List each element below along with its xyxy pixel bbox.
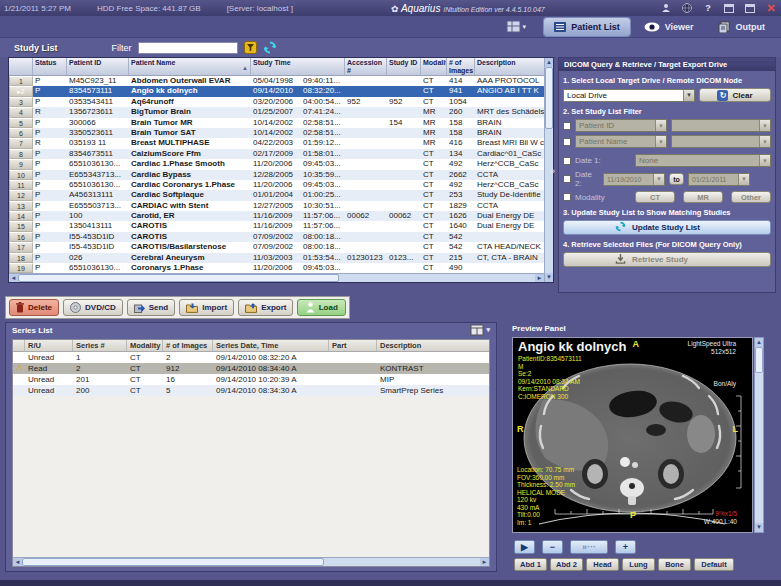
scroll-left-icon[interactable]: ◄ bbox=[9, 274, 18, 282]
date2-to-select[interactable]: 01/21/2011▼ bbox=[688, 173, 750, 186]
study-row[interactable]: 6P3350523611Brain Tumor SAT10/14/200202:… bbox=[9, 128, 544, 138]
help-icon[interactable]: ? bbox=[702, 3, 714, 14]
row-number[interactable]: 13 bbox=[9, 201, 33, 211]
scroll-down-icon[interactable]: ▼ bbox=[755, 523, 763, 532]
window-restore-icon[interactable] bbox=[723, 3, 735, 14]
header-patient-id[interactable]: Patient ID bbox=[67, 58, 129, 75]
header-description[interactable]: Description bbox=[475, 58, 544, 75]
study-row[interactable]: 15P1350413111CAROTIS11/16/200911:57:06..… bbox=[9, 221, 544, 231]
patient-id-value-select[interactable]: ▼ bbox=[671, 119, 771, 132]
delete-button[interactable]: Delete bbox=[9, 299, 59, 316]
load-button[interactable]: Load bbox=[297, 299, 346, 316]
speed-decrease-button[interactable]: − bbox=[542, 540, 563, 554]
study-row[interactable]: 5P300066Brain Tumor MR10/14/200202:58:51… bbox=[9, 118, 544, 128]
series-header-modality[interactable]: Modality bbox=[127, 340, 163, 351]
header-status[interactable]: Status bbox=[33, 58, 67, 75]
date2-to-button[interactable]: to bbox=[669, 173, 684, 185]
row-number[interactable]: 16 bbox=[9, 232, 33, 242]
study-row[interactable]: 19P6551036130...Coronarys 1.Phase11/20/2… bbox=[9, 263, 544, 273]
date1-checkbox[interactable] bbox=[563, 157, 571, 165]
header-study-time[interactable]: Study Time bbox=[251, 58, 345, 75]
play-button[interactable]: ▶ bbox=[514, 540, 535, 554]
scroll-left-icon[interactable]: ◄ bbox=[13, 558, 22, 566]
scroll-right-icon[interactable]: ► bbox=[535, 274, 544, 282]
header-num-images[interactable]: # of Images bbox=[447, 58, 475, 75]
tab-output[interactable]: Output bbox=[708, 18, 776, 36]
row-number[interactable]: 15 bbox=[9, 221, 33, 231]
row-number[interactable]: 3 bbox=[9, 97, 33, 107]
patient-id-field-select[interactable]: Patient ID▼ bbox=[575, 119, 667, 132]
study-row[interactable]: 13PE655503713...CARDIAC with Stent12/27/… bbox=[9, 201, 544, 211]
modality-ct-button[interactable]: CT bbox=[635, 191, 675, 203]
date2-checkbox[interactable] bbox=[563, 175, 571, 183]
series-layout-button[interactable]: ▾ bbox=[470, 324, 490, 336]
refresh-icon[interactable] bbox=[263, 41, 277, 54]
window-maximize-icon[interactable] bbox=[744, 3, 756, 14]
preset-default[interactable]: Default bbox=[694, 558, 734, 571]
row-number[interactable]: 1 bbox=[9, 76, 33, 86]
preset-lung[interactable]: Lung bbox=[622, 558, 655, 571]
preview-image[interactable]: Angio kk dolnych PatientID:8354573111MSe… bbox=[512, 337, 753, 533]
row-number[interactable]: ▸2 bbox=[9, 86, 33, 96]
user-icon[interactable] bbox=[660, 3, 672, 14]
study-row[interactable]: 8P8354673511CalziumScore Ffm02/17/200901… bbox=[9, 149, 544, 159]
scroll-right-icon[interactable]: ► bbox=[480, 558, 489, 566]
series-row[interactable]: Unread1CT209/14/2010 08:32:20 A bbox=[13, 352, 489, 363]
send-button[interactable]: Send bbox=[127, 299, 176, 316]
row-number[interactable]: 11 bbox=[9, 180, 33, 190]
row-number[interactable]: 5 bbox=[9, 118, 33, 128]
study-row[interactable]: 17PI55-453D1IDCAROTIS/Basilarstenose07/0… bbox=[9, 242, 544, 252]
header-accession[interactable]: Accession # bbox=[345, 58, 387, 75]
header-modality[interactable]: Modalit bbox=[421, 58, 447, 75]
row-number[interactable]: 4 bbox=[9, 107, 33, 117]
series-header-description[interactable]: Description bbox=[377, 340, 489, 351]
globe-icon[interactable] bbox=[681, 3, 693, 14]
series-row[interactable]: Unread200CT509/14/2010 08:34:30 ASmartPr… bbox=[13, 385, 489, 396]
scroll-up-icon[interactable]: ▲ bbox=[545, 58, 553, 67]
scroll-down-icon[interactable]: ▼ bbox=[545, 273, 553, 282]
modality-other-button[interactable]: Other bbox=[731, 191, 771, 203]
preset-abd-2[interactable]: Abd 2 bbox=[550, 558, 583, 571]
study-row[interactable]: 4R1356723611BigTumor Brain01/25/200707:4… bbox=[9, 107, 544, 117]
modality-checkbox[interactable] bbox=[563, 193, 571, 201]
header-patient-name[interactable]: Patient Name▲ bbox=[129, 58, 251, 75]
filter-input[interactable] bbox=[138, 42, 238, 54]
series-row[interactable]: Unread201CT1609/14/2010 10:20:39 AMIP bbox=[13, 374, 489, 385]
study-row[interactable]: 1PM45C923_11Abdomen Outerwall EVAR05/04/… bbox=[9, 76, 544, 86]
study-row[interactable]: 18P026Cerebral Aneurysm11/03/200301:53:5… bbox=[9, 253, 544, 263]
series-header-datetime[interactable]: Series Date, Time bbox=[213, 340, 329, 351]
preview-vscrollbar[interactable]: ▲ ▼ bbox=[754, 337, 764, 533]
row-number[interactable]: 17 bbox=[9, 242, 33, 252]
scroll-up-icon[interactable]: ▲ bbox=[755, 338, 763, 347]
preset-abd-1[interactable]: Abd 1 bbox=[514, 558, 547, 571]
date2-from-select[interactable]: 11/19/2010▼ bbox=[603, 173, 665, 186]
study-row[interactable]: 10PE655343713...Cardiac Bypass12/28/2005… bbox=[9, 170, 544, 180]
clear-button[interactable]: ↻ Clear bbox=[699, 88, 771, 102]
patient-name-checkbox[interactable] bbox=[563, 138, 571, 146]
layout-menu-button[interactable]: ▾ bbox=[506, 20, 527, 33]
row-number[interactable]: 18 bbox=[9, 253, 33, 263]
study-row[interactable]: 12PA456313111Cardiac Softplaque01/01/200… bbox=[9, 190, 544, 200]
preset-bone[interactable]: Bone bbox=[658, 558, 691, 571]
patient-name-field-select[interactable]: Patient Name▼ bbox=[575, 135, 667, 148]
speed-increase-button[interactable]: + bbox=[615, 540, 636, 554]
header-study-id[interactable]: Study ID bbox=[387, 58, 421, 75]
series-header-num-images[interactable]: # of Images bbox=[163, 340, 213, 351]
row-number[interactable]: 6 bbox=[9, 128, 33, 138]
filter-icon[interactable] bbox=[244, 41, 257, 54]
row-number[interactable]: 12 bbox=[9, 190, 33, 200]
row-number[interactable]: 8 bbox=[9, 149, 33, 159]
row-number[interactable]: 7 bbox=[9, 138, 33, 148]
date1-select[interactable]: None▼ bbox=[635, 154, 771, 167]
study-row[interactable]: 14P100Carotid, ER11/16/200911:57:06...00… bbox=[9, 211, 544, 221]
series-row[interactable]: ⚠Read2CT91209/14/2010 08:34:40 AKONTRAST bbox=[13, 363, 489, 374]
row-number[interactable]: 9 bbox=[9, 159, 33, 169]
retrieve-study-button[interactable]: Retrieve Study bbox=[563, 252, 771, 267]
update-study-list-button[interactable]: Update Study List bbox=[563, 220, 771, 235]
row-number[interactable]: 14 bbox=[9, 211, 33, 221]
patient-name-value-select[interactable]: ▼ bbox=[671, 135, 771, 148]
patient-id-checkbox[interactable] bbox=[563, 122, 571, 130]
import-button[interactable]: Import bbox=[179, 299, 234, 316]
study-row[interactable]: 7R035193 11Breast MULTIPHASE04/22/200301… bbox=[9, 138, 544, 148]
study-row[interactable]: ▸2P8354573111Angio kk dolnych09/14/20100… bbox=[9, 86, 544, 96]
